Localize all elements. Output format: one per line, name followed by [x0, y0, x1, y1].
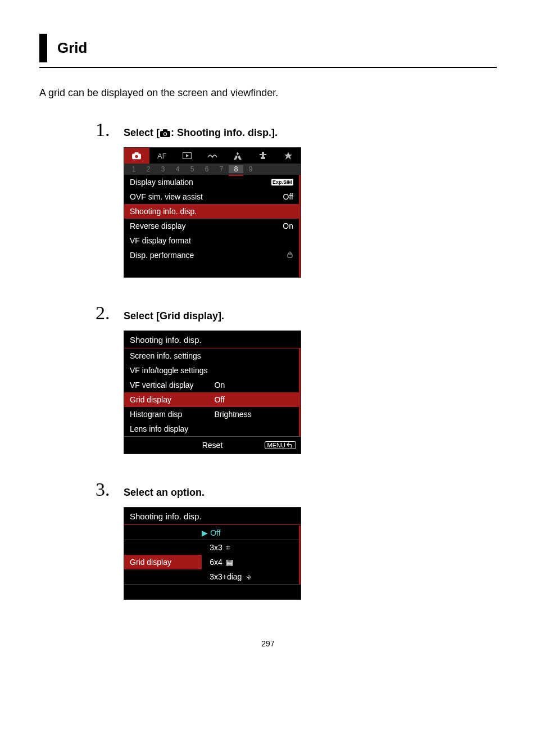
page-num-5[interactable]: 5 — [185, 165, 199, 173]
menu-row-value: Off — [209, 395, 294, 404]
tab-mymenu[interactable] — [275, 148, 301, 164]
page-number: 297 — [39, 639, 497, 648]
expsim-badge: Exp.SIM — [271, 179, 293, 185]
step-number: 2. — [96, 302, 124, 324]
page-num-9[interactable]: 9 — [243, 165, 258, 173]
grid-3x3-icon: ⌗ — [226, 543, 230, 553]
step-3: 3. Select an option. Shooting info. disp… — [96, 479, 497, 600]
step-title-text-after: : Shooting info. disp.]. — [171, 127, 278, 138]
page-num-1[interactable]: 1 — [126, 165, 141, 173]
option-3x3-diag[interactable]: 3x3+diag ⨳ — [202, 569, 299, 584]
tab-setup[interactable] — [225, 148, 250, 164]
menu-row-reverse-display[interactable]: Reverse display On — [124, 219, 299, 233]
menu-row-label: Grid display — [130, 558, 171, 567]
tab-af-label: AF — [157, 152, 167, 160]
menu-row-ovf-sim[interactable]: OVF sim. view assist Off — [124, 189, 299, 204]
intro-paragraph: A grid can be displayed on the screen an… — [39, 87, 497, 99]
svg-point-6 — [135, 155, 138, 158]
title-accent-bar — [39, 34, 47, 62]
step-2: 2. Select [Grid display]. Shooting info.… — [96, 302, 497, 454]
svg-rect-8 — [261, 157, 265, 159]
menu-row-display-simulation[interactable]: Display simulation Exp.SIM — [124, 175, 299, 189]
menu-row-label: VF vertical display — [130, 381, 209, 390]
selection-marker-icon: ▶︎ — [202, 528, 208, 537]
reset-button[interactable]: Reset — [202, 441, 223, 450]
menu-row-value: Brightness — [209, 410, 294, 419]
menu-row-shooting-info-disp[interactable]: Shooting info. disp. — [124, 204, 299, 219]
page-num-3[interactable]: 3 — [156, 165, 170, 173]
page-num-6[interactable]: 6 — [199, 165, 214, 173]
step-title-text-before: Select [ — [124, 127, 160, 138]
step-title: Select [: Shooting info. disp.]. — [124, 127, 278, 139]
page-underline — [229, 175, 243, 176]
camera-menu-screenshot-2: Shooting info. disp. Screen info. settin… — [124, 331, 301, 454]
menu-row-value: Off — [278, 192, 293, 201]
step-number: 1. — [96, 119, 124, 141]
section-title-block: Grid — [39, 34, 497, 62]
option-label: 3x3+diag — [210, 572, 242, 581]
tab-wireless[interactable] — [200, 148, 225, 164]
camera-icon — [160, 129, 171, 138]
menu-row-label: Lens info display — [130, 424, 293, 433]
tab-camera[interactable] — [124, 148, 149, 164]
menu-row-value: On — [277, 221, 293, 230]
tab-af[interactable]: AF — [149, 148, 175, 164]
page-num-8[interactable]: 8 — [229, 165, 243, 173]
menu-row-label: Screen info. settings — [130, 351, 293, 360]
menu-tab-strip: AF — [124, 148, 301, 164]
menu-row-label: Reverse display — [130, 221, 277, 230]
menu-row-grid-display-label: Grid display — [124, 555, 202, 569]
option-6x4[interactable]: 6x4 ▦ — [202, 555, 299, 569]
menu-row-empty — [124, 585, 301, 599]
menu-row-lens-info-display[interactable]: Lens info display — [124, 422, 299, 436]
option-label: Off — [210, 528, 220, 537]
menu-row-label: Grid display — [130, 395, 209, 404]
menu-row-screen-info-settings[interactable]: Screen info. settings — [124, 348, 299, 363]
lock-icon — [287, 251, 293, 260]
tab-custom[interactable] — [250, 148, 275, 164]
menu-row-empty — [124, 262, 299, 277]
menu-row-vf-display-format[interactable]: VF display format — [124, 233, 299, 248]
camera-menu-screenshot-3: Shooting info. disp. Grid display — [124, 507, 301, 600]
option-3x3[interactable]: 3x3 ⌗ — [202, 540, 299, 555]
page-num-2[interactable]: 2 — [141, 165, 156, 173]
menu-back-button[interactable]: MENU — [265, 441, 296, 449]
svg-rect-10 — [260, 154, 266, 155]
svg-point-3 — [164, 133, 166, 135]
title-rule — [39, 67, 497, 68]
menu-page-strip: 1 2 3 4 5 6 7 8 9 — [124, 164, 301, 175]
svg-rect-11 — [288, 254, 292, 257]
menu-row-grid-display[interactable]: Grid display Off — [124, 392, 299, 407]
menu-row-label: VF display format — [130, 236, 293, 245]
menu-row-label: Histogram disp — [130, 410, 209, 419]
camera-menu-screenshot-1: AF 1 2 3 4 5 6 — [124, 147, 301, 278]
menu-back-label: MENU — [267, 442, 285, 449]
tab-playback[interactable] — [175, 148, 200, 164]
menu-row-vf-vertical-display[interactable]: VF vertical display On — [124, 378, 299, 392]
step-title: Select [Grid display]. — [124, 310, 224, 322]
step-number: 3. — [96, 479, 124, 500]
menu-row-disp-performance[interactable]: Disp. performance — [124, 248, 299, 262]
menu-row-histogram-disp[interactable]: Histogram disp Brightness — [124, 407, 299, 422]
menu-row-label: VF info/toggle settings — [130, 366, 293, 375]
menu-row-label: Disp. performance — [130, 251, 287, 260]
grid-3x3-diag-icon: ⨳ — [245, 572, 253, 581]
option-label: 6x4 — [210, 558, 222, 567]
svg-rect-5 — [135, 152, 139, 155]
menu-footer: Reset MENU — [124, 437, 301, 454]
menu-header-label: Shooting info. disp. — [130, 511, 202, 521]
menu-row-label: Shooting info. disp. — [130, 207, 293, 216]
menu-row-vf-info-toggle[interactable]: VF info/toggle settings — [124, 363, 299, 378]
section-title: Grid — [57, 34, 87, 62]
step-1: 1. Select [: Shooting info. disp.]. AF — [96, 119, 497, 278]
svg-rect-1 — [163, 129, 167, 132]
grid-6x4-icon: ▦ — [226, 558, 233, 567]
menu-row-value: On — [209, 381, 294, 390]
menu-row-label: OVF sim. view assist — [130, 192, 278, 201]
menu-header: Shooting info. disp. — [124, 508, 301, 524]
option-off[interactable]: ▶︎ Off — [202, 526, 299, 540]
step-title: Select an option. — [124, 487, 205, 499]
page-num-7[interactable]: 7 — [214, 165, 229, 173]
menu-header-label: Shooting info. disp. — [130, 335, 202, 345]
page-num-4[interactable]: 4 — [170, 165, 185, 173]
